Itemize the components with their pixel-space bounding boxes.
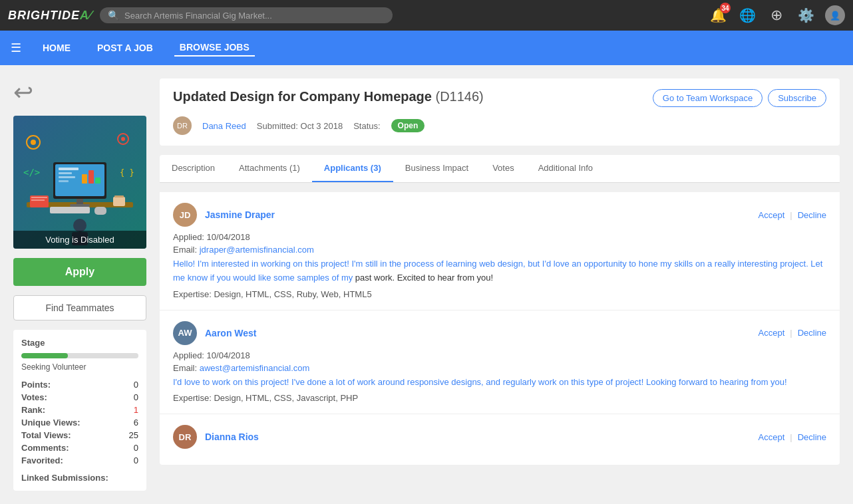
applicant-1-avatar: JD [173,203,197,227]
svg-rect-4 [77,199,83,204]
stats-section: Stage Seeking Volunteer Points: 0 Votes:… [13,330,146,491]
stage-sublabel: Seeking Volunteer [21,362,138,372]
applicant-3-accept[interactable]: Accept [759,432,785,442]
job-id: (D1146) [436,89,484,104]
svg-rect-11 [88,170,94,184]
tab-attachments[interactable]: Attachments (1) [227,155,312,182]
job-header: Updated Design for Company Homepage (D11… [160,78,840,146]
svg-rect-12 [95,178,100,184]
submitted-date: Submitted: Oct 3 2018 [257,121,343,131]
linked-submissions-label: Linked Submissions: [21,473,108,483]
svg-rect-8 [59,176,75,178]
applicant-2-name[interactable]: Aaron West [205,328,751,338]
nav-browse-jobs[interactable]: BROWSE JOBS [174,39,255,57]
job-meta: DR Dana Reed Submitted: Oct 3 2018 Statu… [173,116,826,135]
subscribe-button[interactable]: Subscribe [768,89,826,107]
sub-nav: ☰ HOME POST A JOB BROWSE JOBS [0,31,853,65]
svg-rect-5 [70,204,90,207]
svg-rect-6 [59,168,79,170]
status-label: Status: [353,121,380,131]
top-bar: BRIGHTIDEA∕ 🔍 🔔 34 🌐 ⊕ ⚙️ 👤 [0,0,853,31]
status-badge: Open [391,119,425,132]
stat-votes: Votes: 0 [21,391,138,404]
svg-rect-16 [114,195,124,197]
applicant-1-message: Hello! I'm interested in working on this… [173,257,826,285]
applicant-2-message: I'd love to work on this project! I've d… [173,376,826,390]
stat-points: Points: 0 [21,378,138,391]
applicant-1-header: JD Jasmine Draper Accept | Decline [173,203,826,227]
apply-button[interactable]: Apply [13,258,146,286]
applicant-2-avatar: AW [173,321,197,345]
applicant-2-header: AW Aaron West Accept | Decline [173,321,826,345]
svg-rect-9 [59,180,69,182]
search-icon: 🔍 [108,10,119,21]
search-input[interactable] [124,11,385,21]
stage-bar-container [21,353,138,358]
stat-favorited: Favorited: 0 [21,454,138,467]
gear-icon: ⚙️ [798,7,814,23]
settings-button[interactable]: ⚙️ [796,5,816,25]
stat-total-views: Total Views: 25 [21,429,138,441]
stat-rank: Rank: 1 [21,404,138,416]
sidebar: ↩ [13,78,146,491]
applicant-card-2: AW Aaron West Accept | Decline Applied: … [160,311,840,415]
logo: BRIGHTIDEA∕ [8,9,92,23]
svg-text:{ }: { } [120,168,134,178]
stage-bar-fill [21,353,68,358]
applicant-1-decline[interactable]: Decline [798,210,826,220]
applicant-card-1: JD Jasmine Draper Accept | Decline Appli… [160,192,840,311]
svg-point-20 [73,219,86,232]
nav-home[interactable]: HOME [37,40,76,56]
menu-icon[interactable]: ☰ [11,41,21,55]
globe-button[interactable]: 🌐 [737,5,757,25]
applicant-2-accept[interactable]: Accept [759,328,785,338]
notification-badge: 34 [720,3,731,13]
tab-description[interactable]: Description [160,155,227,182]
stat-comments: Comments: 0 [21,441,138,454]
svg-rect-19 [31,199,45,201]
author-avatar: DR [173,116,192,135]
job-title: Updated Design for Company Homepage (D11… [173,89,484,104]
applicant-1-email: Email: jdraper@artemisfinancial.com [173,245,826,255]
tab-votes[interactable]: Votes [480,155,526,182]
search-bar: 🔍 [100,7,393,23]
add-button[interactable]: ⊕ [767,5,786,25]
svg-point-23 [31,140,36,145]
author-name[interactable]: Dana Reed [202,121,246,131]
desk-illustration: </> { } [13,116,146,249]
applicant-3-name[interactable]: Dianna Rios [205,432,751,442]
user-avatar[interactable]: 👤 [825,5,845,25]
main-panel: Updated Design for Company Homepage (D11… [160,78,840,491]
top-icons: 🔔 34 🌐 ⊕ ⚙️ 👤 [708,5,845,25]
svg-rect-14 [94,207,106,215]
voting-disabled-text: Voting is Disabled [13,231,146,249]
linked-submissions-section: Linked Submissions: [21,472,138,483]
tab-business-impact[interactable]: Business Impact [393,155,480,182]
tab-applicants[interactable]: Applicants (3) [312,155,393,182]
tabs: Description Attachments (1) Applicants (… [160,155,840,183]
back-button[interactable]: ↩ [13,78,33,106]
notifications-button[interactable]: 🔔 34 [708,5,728,25]
applicant-1-accept[interactable]: Accept [759,210,785,220]
applicant-2-email: Email: awest@artemisfinancial.com [173,363,826,373]
applicant-2-decline[interactable]: Decline [798,328,826,338]
find-teammates-button[interactable]: Find Teammates [13,295,146,320]
applicant-2-email-link[interactable]: awest@artemisfinancial.com [200,363,310,373]
applicant-1-expertise: Expertise: Design, HTML, CSS, Ruby, Web,… [173,289,826,299]
svg-rect-13 [50,207,90,213]
globe-icon: 🌐 [739,7,756,23]
applicant-3-decline[interactable]: Decline [798,432,826,442]
applicant-1-applied: Applied: 10/04/2018 [173,232,826,242]
nav-post-job[interactable]: POST A JOB [92,40,158,56]
applicant-3-header: DR Dianna Rios Accept | Decline [173,425,826,449]
applicant-3-avatar: DR [173,425,197,449]
plus-icon: ⊕ [770,7,782,24]
stat-unique-views: Unique Views: 6 [21,416,138,429]
svg-rect-15 [113,197,125,206]
applicant-1-name[interactable]: Jasmine Draper [205,209,751,220]
team-workspace-button[interactable]: Go to Team Workspace [653,89,763,107]
applicant-1-email-link[interactable]: jdraper@artemisfinancial.com [200,245,314,255]
svg-rect-7 [59,172,72,174]
tab-additional-info[interactable]: Additional Info [526,155,605,182]
svg-rect-10 [82,174,87,184]
